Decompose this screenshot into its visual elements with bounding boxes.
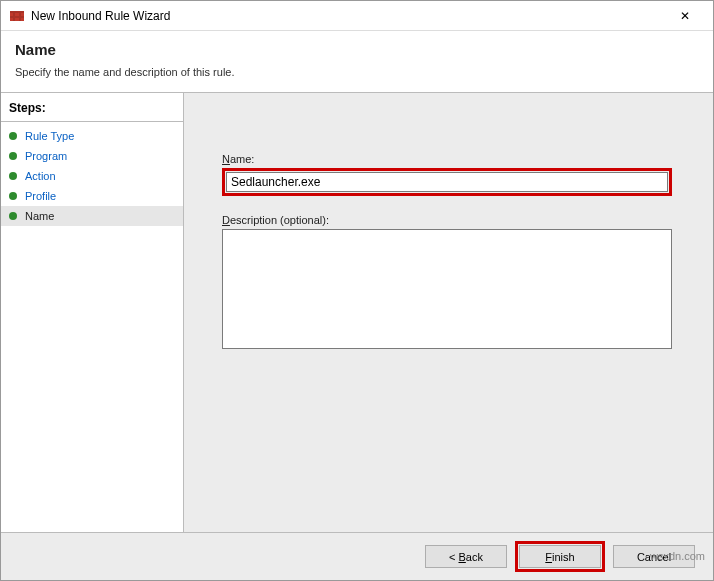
close-icon: ✕ (680, 9, 690, 23)
step-action[interactable]: Action (1, 166, 183, 186)
close-button[interactable]: ✕ (665, 2, 705, 30)
wizard-header: Name Specify the name and description of… (1, 31, 713, 92)
finish-button[interactable]: Finish (519, 545, 601, 568)
svg-rect-4 (19, 11, 21, 21)
svg-rect-1 (10, 11, 24, 13)
name-label: Name: (222, 153, 685, 165)
step-name[interactable]: Name (1, 206, 183, 226)
description-input[interactable] (222, 229, 672, 349)
firewall-icon (9, 8, 25, 24)
titlebar: New Inbound Rule Wizard ✕ (1, 1, 713, 31)
bullet-icon (9, 192, 17, 200)
back-button[interactable]: < Back (425, 545, 507, 568)
bullet-icon (9, 172, 17, 180)
page-subtitle: Specify the name and description of this… (15, 66, 699, 78)
step-link[interactable]: Action (25, 170, 56, 182)
svg-rect-3 (13, 11, 15, 21)
bullet-icon (9, 132, 17, 140)
step-profile[interactable]: Profile (1, 186, 183, 206)
bullet-icon (9, 212, 17, 220)
watermark: wsxdn.com (650, 550, 705, 562)
steps-heading: Steps: (1, 101, 183, 122)
svg-rect-2 (10, 16, 24, 18)
description-wrap (222, 229, 672, 352)
step-link[interactable]: Profile (25, 190, 56, 202)
wizard-footer: < Back Finish Cancel (1, 532, 713, 580)
finish-highlight: Finish (515, 541, 605, 572)
description-label: Description (optional): (222, 214, 685, 226)
page-title: Name (15, 41, 699, 58)
step-program[interactable]: Program (1, 146, 183, 166)
steps-sidebar: Steps: Rule Type Program Action Profile … (1, 93, 183, 533)
step-link[interactable]: Rule Type (25, 130, 74, 142)
step-rule-type[interactable]: Rule Type (1, 126, 183, 146)
wizard-body: Steps: Rule Type Program Action Profile … (1, 93, 713, 533)
bullet-icon (9, 152, 17, 160)
name-input[interactable] (226, 172, 668, 192)
window-title: New Inbound Rule Wizard (31, 9, 665, 23)
name-highlight (222, 168, 672, 196)
main-panel: Name: Description (optional): (184, 93, 713, 533)
step-link[interactable]: Program (25, 150, 67, 162)
step-label: Name (25, 210, 54, 222)
